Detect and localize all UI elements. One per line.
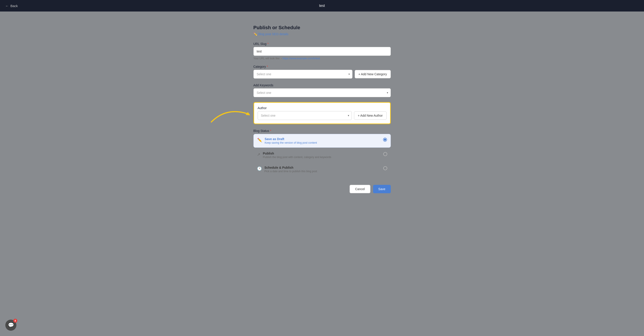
back-button[interactable]: ← Back — [5, 4, 18, 8]
required-indicator: * — [270, 129, 271, 133]
top-nav: ← Back test — [0, 0, 644, 11]
back-arrow-icon: ← — [5, 4, 9, 8]
blog-status-label: Blog Status * — [254, 129, 391, 133]
keywords-label: Add Keywords — [254, 83, 391, 87]
section-title: Publish or Schedule — [254, 25, 391, 30]
category-select-wrapper: Select one ▾ — [254, 70, 352, 79]
publish-radio[interactable] — [383, 152, 387, 156]
save-button[interactable]: Save — [373, 185, 391, 193]
chat-badge: 8 — [13, 319, 17, 323]
bottom-bar: Cancel Save — [254, 185, 391, 193]
schedule-icon: 🕐 — [257, 166, 262, 171]
url-hint-link[interactable]: https://www.example.com/b/test — [282, 57, 320, 60]
url-hint: Your URL will look like: - https://www.e… — [254, 57, 391, 60]
form-container: Publish or Schedule ✏️ Blog post SEO det… — [254, 25, 391, 193]
back-label: Back — [10, 4, 18, 8]
keywords-select-wrapper: Select one ▾ — [254, 88, 391, 97]
add-category-button[interactable]: + Add New Category — [355, 70, 391, 78]
chat-icon: 💬 — [8, 322, 14, 328]
publish-desc: Publish the blog post with content, cate… — [263, 156, 380, 159]
publish-label: Publish — [263, 152, 380, 155]
status-option-schedule[interactable]: 🕐 Schedule & Publish Pick a date and tim… — [254, 163, 391, 176]
publish-text-group: Publish Publish the blog post with conte… — [263, 152, 380, 159]
author-section-wrapper: Author Select one ▾ + Add New Author — [254, 102, 391, 124]
chat-widget[interactable]: 💬 8 — [5, 320, 16, 331]
seo-link-label: Blog post SEO details — [258, 32, 288, 36]
status-option-draft[interactable]: ✏️ Save as Draft Keep saving the version… — [254, 134, 391, 148]
status-options-list: ✏️ Save as Draft Keep saving the version… — [254, 134, 391, 176]
category-row: Select one ▾ + Add New Category — [254, 70, 391, 79]
add-author-button[interactable]: + Add New Author — [354, 111, 386, 120]
blog-status-group: Blog Status * ✏️ Save as Draft Keep savi… — [254, 129, 391, 176]
author-row: Select one ▾ + Add New Author — [258, 111, 386, 120]
main-content: Publish or Schedule ✏️ Blog post SEO det… — [0, 11, 644, 211]
schedule-radio[interactable] — [383, 166, 387, 170]
schedule-desc: Pick a date and time to publish this blo… — [264, 170, 380, 173]
draft-desc: Keep saving the version of blog post con… — [265, 141, 380, 144]
author-section: Author Select one ▾ + Add New Author — [254, 102, 391, 124]
category-group: Category * Select one ▾ + Add New Catego… — [254, 65, 391, 79]
url-slug-group: URL Slug * Your URL will look like: - ht… — [254, 42, 391, 60]
author-select[interactable]: Select one — [258, 111, 352, 120]
author-select-wrapper: Select one ▾ — [258, 111, 352, 120]
author-label: Author — [258, 106, 386, 110]
category-select[interactable]: Select one — [254, 70, 352, 79]
url-slug-input[interactable] — [254, 47, 391, 56]
draft-radio[interactable] — [383, 138, 387, 142]
schedule-label: Schedule & Publish — [264, 166, 380, 169]
annotation-arrow — [209, 104, 254, 125]
draft-icon: ✏️ — [257, 138, 262, 143]
seo-link[interactable]: ✏️ Blog post SEO details — [254, 32, 391, 36]
page-title: test — [319, 4, 325, 8]
pencil-icon: ✏️ — [254, 32, 257, 36]
required-indicator: * — [267, 65, 268, 68]
draft-label: Save as Draft — [265, 137, 380, 141]
url-slug-label: URL Slug * — [254, 42, 391, 46]
cancel-button[interactable]: Cancel — [350, 185, 370, 193]
required-indicator: * — [268, 42, 268, 46]
draft-text-group: Save as Draft Keep saving the version of… — [265, 137, 380, 144]
category-label: Category * — [254, 65, 391, 68]
keywords-group: Add Keywords Select one ▾ — [254, 83, 391, 97]
status-option-publish[interactable]: ↗ Publish Publish the blog post with con… — [254, 149, 391, 162]
schedule-text-group: Schedule & Publish Pick a date and time … — [264, 166, 380, 173]
publish-icon: ↗ — [257, 152, 260, 157]
keywords-select[interactable]: Select one — [254, 88, 391, 97]
